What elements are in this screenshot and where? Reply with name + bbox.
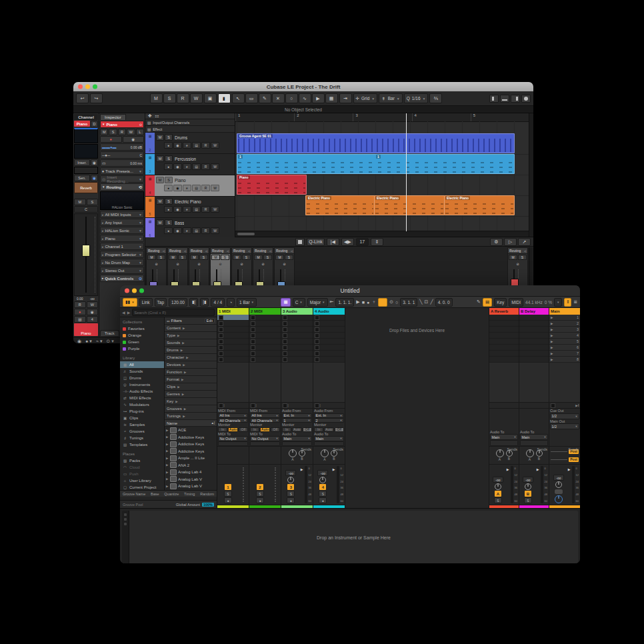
groove-col-name[interactable]: Groove Name	[123, 492, 145, 496]
pan-knob[interactable]	[287, 477, 294, 483]
record-button[interactable]: ●	[367, 300, 369, 305]
scene-launch-icon[interactable]: ▶	[551, 334, 553, 337]
filter-row[interactable]: Key▶	[165, 398, 217, 405]
output-select[interactable]: Main▼	[282, 436, 312, 441]
play-button[interactable]: ▶	[356, 299, 359, 305]
clip-stop-icon[interactable]	[315, 345, 319, 350]
search-input[interactable]: Search (Cmd + F)	[132, 309, 215, 316]
draw-mode-icon[interactable]: ✎	[477, 299, 481, 305]
track-row-body[interactable]: M S Piano ● ◉ e ▤ R	[155, 175, 235, 196]
inspector-tab[interactable]: Inspector	[100, 114, 126, 120]
inspector-state-button[interactable]: S	[109, 129, 117, 135]
clip-stop-icon[interactable]	[283, 327, 287, 332]
library-item[interactable]: ▣Clips	[120, 415, 164, 421]
clip-slot[interactable]	[217, 357, 249, 363]
channel-settings-icon[interactable]: ▤	[74, 316, 86, 323]
output-channel-select[interactable]	[490, 440, 518, 446]
filter-row[interactable]: Function▶	[165, 369, 217, 376]
arm-button[interactable]: ●	[287, 497, 295, 503]
return-body[interactable]	[519, 363, 549, 403]
quantize-select[interactable]: Q1/16▼	[404, 93, 429, 103]
track-activator[interactable]: 2	[257, 484, 263, 490]
detail-view-selector[interactable]	[122, 511, 129, 563]
track-activator[interactable]: 4	[319, 484, 326, 490]
clip-slot[interactable]	[281, 357, 313, 363]
write-button[interactable]: W	[211, 206, 219, 213]
tool-icon[interactable]: ↖	[232, 93, 245, 103]
track-name[interactable]: Electric Piano	[175, 199, 201, 204]
clip-slot[interactable]	[249, 339, 281, 345]
tool-icon[interactable]: ▦	[325, 93, 338, 103]
clip-slot[interactable]	[217, 351, 249, 357]
record-mode-icon[interactable]: ● ▾	[85, 339, 92, 343]
clip-slot[interactable]	[217, 315, 249, 321]
input-select[interactable]: Ext. In▼	[314, 413, 344, 418]
filter-row[interactable]: Grooves▶	[165, 405, 217, 413]
back-icon[interactable]: ◀	[122, 310, 125, 315]
scene-row[interactable]: ▶2	[549, 321, 580, 327]
groove-pool-label[interactable]: Groove Pool	[123, 503, 143, 507]
redo-icon[interactable]: ↪	[90, 93, 103, 103]
write-button[interactable]: W	[211, 142, 219, 149]
track-row[interactable]: ▦ 3 M S Percussion	[145, 154, 235, 175]
track-delay-slider[interactable]: ▭0.00 ms	[100, 159, 144, 167]
monitor-auto-button[interactable]: Auto	[228, 427, 237, 432]
clip-slot[interactable]	[217, 327, 249, 333]
instrument-thumbnail[interactable]: HALion Sonic	[100, 191, 144, 210]
filter-row[interactable]: Content▶	[165, 325, 217, 332]
mute-button[interactable]: M	[74, 199, 86, 205]
external-window-icon[interactable]: ↗	[518, 238, 531, 246]
record-arm-icon[interactable]: ●	[164, 206, 173, 213]
output-channel-select[interactable]	[314, 441, 344, 446]
clip-stop-icon[interactable]	[283, 339, 287, 344]
clip-stop-icon[interactable]	[283, 321, 287, 326]
session-view-toggle-icon[interactable]: ⫴	[564, 298, 571, 307]
monitor-button[interactable]: ◉	[87, 309, 99, 315]
punch-out-icon[interactable]: ╱	[430, 299, 433, 305]
capture-midi-icon[interactable]: ⊙	[389, 299, 393, 305]
state-button[interactable]: M	[150, 93, 163, 103]
clip-stop-icon[interactable]	[315, 315, 319, 320]
track-name[interactable]: Drums	[175, 135, 187, 140]
pan-knob[interactable]	[525, 483, 531, 490]
clip-stop-icon[interactable]	[251, 339, 255, 344]
grid-type-select[interactable]: ⯒Bar▼	[379, 93, 403, 103]
clip-slot[interactable]	[249, 321, 281, 327]
clip-slot[interactable]	[313, 345, 345, 351]
clip-slot[interactable]	[217, 333, 249, 339]
clip-stop-icon[interactable]	[315, 333, 319, 338]
clip-stop-icon[interactable]	[315, 339, 319, 344]
send-b-knob[interactable]	[299, 450, 305, 457]
mute-button[interactable]: M	[156, 219, 164, 226]
input-channel-select[interactable]: All Channels▼	[218, 418, 248, 423]
monitor-auto-button[interactable]: Auto	[260, 427, 269, 432]
input-select[interactable]: All Ins▼	[250, 413, 280, 418]
clip-stop-icon[interactable]	[251, 333, 255, 338]
inserts-section-button[interactable]: Inser.	[74, 159, 90, 166]
drums-clip[interactable]: Groove Agent SE 01	[237, 133, 515, 153]
main-header[interactable]: Main	[549, 308, 580, 315]
monitor-off-button[interactable]: Off	[335, 427, 344, 432]
vertical-scrollbar[interactable]	[529, 113, 533, 237]
clip-stop-icon[interactable]	[219, 327, 223, 332]
clip-slot[interactable]	[249, 351, 281, 357]
metronome-icon[interactable]: ◉	[77, 339, 81, 343]
routing-header[interactable]: Routing	[255, 249, 266, 253]
quick-controls-header[interactable]: ▸Quick Controls⊙	[100, 275, 144, 282]
mute-button[interactable]: M	[147, 255, 156, 260]
mute-button[interactable]: M	[211, 255, 220, 260]
library-item[interactable]: ≈Grooves	[120, 428, 164, 435]
solo-button[interactable]: S	[263, 255, 272, 260]
track-row-body[interactable]: M S Percussion ● ◉ e ▤	[155, 154, 235, 175]
solo-button[interactable]: S	[157, 255, 165, 260]
track-activator[interactable]: 1	[225, 484, 231, 490]
clip-slot[interactable]	[281, 315, 313, 321]
tool-icon[interactable]: ∿	[299, 93, 311, 103]
clip-stop-icon[interactable]	[283, 357, 287, 362]
window-controls[interactable]	[78, 85, 97, 89]
mute-button[interactable]: M	[275, 255, 284, 260]
track-header[interactable]: 2 MIDI	[249, 308, 281, 315]
monitor-icon[interactable]: ◉	[173, 163, 182, 170]
solo-button[interactable]: S	[165, 219, 173, 226]
scale-mode-icon[interactable]: ▦	[281, 298, 290, 307]
